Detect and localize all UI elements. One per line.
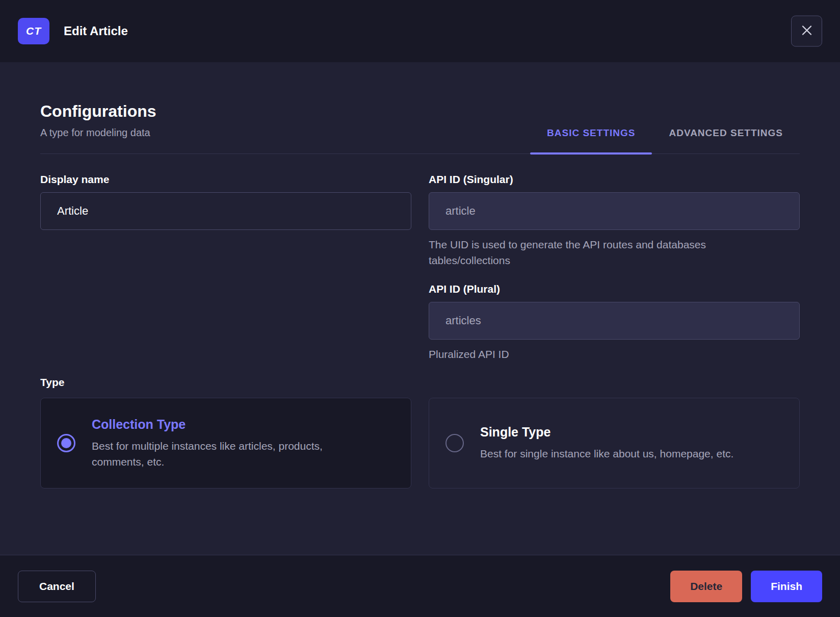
right-column: API ID (Singular) The UID is used to gen… [429, 173, 800, 362]
single-type-text: Single Type Best for single instance lik… [480, 425, 733, 461]
collection-type-radio[interactable] [57, 434, 75, 452]
api-id-plural-label: API ID (Plural) [429, 283, 800, 295]
left-column: Display name [40, 173, 411, 230]
api-id-singular-label: API ID (Singular) [429, 173, 800, 186]
modal-footer: Cancel Delete Finish [0, 555, 840, 617]
collection-type-card[interactable]: Collection Type Best for multiple instan… [40, 398, 411, 489]
collection-type-text: Collection Type Best for multiple instan… [92, 417, 376, 470]
single-type-description: Best for single instance like about us, … [480, 446, 733, 461]
modal-title: Edit Article [64, 24, 128, 38]
cancel-button[interactable]: Cancel [18, 571, 96, 602]
single-type-card[interactable]: Single Type Best for single instance lik… [429, 398, 800, 489]
page-title: Configurations [40, 102, 156, 121]
collection-type-description: Best for multiple instances like article… [92, 438, 376, 470]
api-id-plural-helper: Pluralized API ID [429, 346, 765, 362]
settings-tabs: BASIC SETTINGS ADVANCED SETTINGS [530, 127, 800, 153]
type-label: Type [40, 376, 800, 389]
configurations-heading: Configurations A type for modeling data [40, 102, 156, 153]
page-subtitle: A type for modeling data [40, 127, 156, 139]
finish-button[interactable]: Finish [751, 571, 822, 602]
delete-button[interactable]: Delete [670, 571, 742, 602]
content-type-badge-label: CT [26, 25, 41, 37]
api-id-singular-field: API ID (Singular) The UID is used to gen… [429, 173, 800, 268]
api-id-plural-field: API ID (Plural) Pluralized API ID [429, 283, 800, 362]
type-options: Collection Type Best for multiple instan… [40, 398, 800, 489]
edit-content-type-modal: CT Edit Article Configurations A type fo… [0, 0, 840, 617]
type-section: Type Collection Type Best for multiple i… [40, 376, 800, 489]
content-type-badge: CT [18, 18, 49, 44]
modal-body: Configurations A type for modeling data … [0, 62, 840, 555]
api-id-plural-input [429, 302, 800, 340]
display-name-label: Display name [40, 173, 411, 186]
tab-basic-settings[interactable]: BASIC SETTINGS [530, 127, 652, 153]
single-type-radio[interactable] [445, 434, 464, 452]
collection-type-title: Collection Type [92, 417, 376, 432]
display-name-input[interactable] [40, 192, 411, 230]
close-icon [800, 23, 814, 39]
display-name-field: Display name [40, 173, 411, 230]
configurations-header-row: Configurations A type for modeling data … [40, 102, 800, 154]
api-id-singular-helper: The UID is used to generate the API rout… [429, 237, 765, 268]
configuration-form: Display name API ID (Singular) The UID i… [40, 173, 800, 362]
tab-advanced-settings[interactable]: ADVANCED SETTINGS [652, 127, 800, 153]
modal-header: CT Edit Article [0, 0, 840, 62]
api-id-singular-input [429, 192, 800, 230]
close-button[interactable] [791, 16, 822, 47]
single-type-title: Single Type [480, 425, 733, 440]
